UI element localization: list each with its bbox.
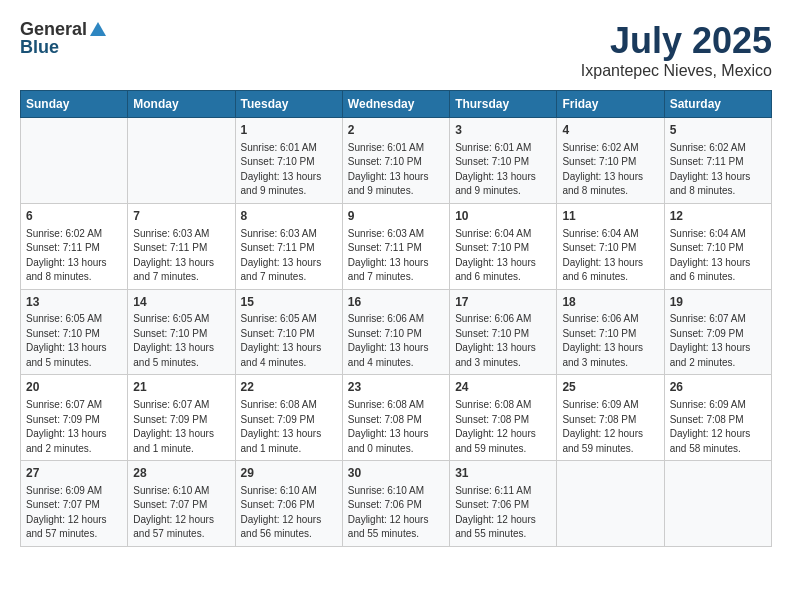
day-number: 7 — [133, 208, 229, 225]
day-number: 11 — [562, 208, 658, 225]
day-info: Sunrise: 6:06 AM Sunset: 7:10 PM Dayligh… — [348, 312, 444, 370]
day-info: Sunrise: 6:04 AM Sunset: 7:10 PM Dayligh… — [455, 227, 551, 285]
day-number: 15 — [241, 294, 337, 311]
table-row: 10Sunrise: 6:04 AM Sunset: 7:10 PM Dayli… — [450, 203, 557, 289]
day-number: 16 — [348, 294, 444, 311]
table-row: 27Sunrise: 6:09 AM Sunset: 7:07 PM Dayli… — [21, 461, 128, 547]
day-number: 18 — [562, 294, 658, 311]
day-info: Sunrise: 6:09 AM Sunset: 7:07 PM Dayligh… — [26, 484, 122, 542]
table-row: 19Sunrise: 6:07 AM Sunset: 7:09 PM Dayli… — [664, 289, 771, 375]
table-row: 12Sunrise: 6:04 AM Sunset: 7:10 PM Dayli… — [664, 203, 771, 289]
table-row: 28Sunrise: 6:10 AM Sunset: 7:07 PM Dayli… — [128, 461, 235, 547]
table-row: 29Sunrise: 6:10 AM Sunset: 7:06 PM Dayli… — [235, 461, 342, 547]
day-info: Sunrise: 6:07 AM Sunset: 7:09 PM Dayligh… — [133, 398, 229, 456]
day-info: Sunrise: 6:03 AM Sunset: 7:11 PM Dayligh… — [348, 227, 444, 285]
day-number: 3 — [455, 122, 551, 139]
day-number: 30 — [348, 465, 444, 482]
calendar-week-row: 27Sunrise: 6:09 AM Sunset: 7:07 PM Dayli… — [21, 461, 772, 547]
logo-general-text: General — [20, 20, 87, 38]
location-title: Ixpantepec Nieves, Mexico — [581, 62, 772, 80]
day-info: Sunrise: 6:08 AM Sunset: 7:09 PM Dayligh… — [241, 398, 337, 456]
table-row: 7Sunrise: 6:03 AM Sunset: 7:11 PM Daylig… — [128, 203, 235, 289]
day-info: Sunrise: 6:09 AM Sunset: 7:08 PM Dayligh… — [670, 398, 766, 456]
day-info: Sunrise: 6:05 AM Sunset: 7:10 PM Dayligh… — [26, 312, 122, 370]
day-info: Sunrise: 6:10 AM Sunset: 7:07 PM Dayligh… — [133, 484, 229, 542]
table-row: 4Sunrise: 6:02 AM Sunset: 7:10 PM Daylig… — [557, 118, 664, 204]
table-row: 31Sunrise: 6:11 AM Sunset: 7:06 PM Dayli… — [450, 461, 557, 547]
day-number: 5 — [670, 122, 766, 139]
table-row: 1Sunrise: 6:01 AM Sunset: 7:10 PM Daylig… — [235, 118, 342, 204]
calendar-week-row: 6Sunrise: 6:02 AM Sunset: 7:11 PM Daylig… — [21, 203, 772, 289]
day-number: 2 — [348, 122, 444, 139]
weekday-header-row: Sunday Monday Tuesday Wednesday Thursday… — [21, 91, 772, 118]
day-number: 27 — [26, 465, 122, 482]
day-number: 1 — [241, 122, 337, 139]
day-number: 29 — [241, 465, 337, 482]
calendar-week-row: 13Sunrise: 6:05 AM Sunset: 7:10 PM Dayli… — [21, 289, 772, 375]
table-row: 30Sunrise: 6:10 AM Sunset: 7:06 PM Dayli… — [342, 461, 449, 547]
table-row: 20Sunrise: 6:07 AM Sunset: 7:09 PM Dayli… — [21, 375, 128, 461]
calendar-week-row: 20Sunrise: 6:07 AM Sunset: 7:09 PM Dayli… — [21, 375, 772, 461]
day-info: Sunrise: 6:09 AM Sunset: 7:08 PM Dayligh… — [562, 398, 658, 456]
day-info: Sunrise: 6:06 AM Sunset: 7:10 PM Dayligh… — [562, 312, 658, 370]
day-info: Sunrise: 6:04 AM Sunset: 7:10 PM Dayligh… — [562, 227, 658, 285]
month-title: July 2025 — [581, 20, 772, 62]
day-number: 17 — [455, 294, 551, 311]
day-number: 14 — [133, 294, 229, 311]
day-number: 13 — [26, 294, 122, 311]
table-row: 5Sunrise: 6:02 AM Sunset: 7:11 PM Daylig… — [664, 118, 771, 204]
day-number: 6 — [26, 208, 122, 225]
logo: General Blue — [20, 20, 107, 56]
day-number: 4 — [562, 122, 658, 139]
logo-icon — [89, 20, 107, 38]
day-info: Sunrise: 6:03 AM Sunset: 7:11 PM Dayligh… — [133, 227, 229, 285]
table-row — [664, 461, 771, 547]
day-number: 23 — [348, 379, 444, 396]
logo-blue-text: Blue — [20, 38, 107, 56]
table-row: 24Sunrise: 6:08 AM Sunset: 7:08 PM Dayli… — [450, 375, 557, 461]
day-number: 19 — [670, 294, 766, 311]
day-info: Sunrise: 6:05 AM Sunset: 7:10 PM Dayligh… — [133, 312, 229, 370]
table-row: 17Sunrise: 6:06 AM Sunset: 7:10 PM Dayli… — [450, 289, 557, 375]
day-number: 8 — [241, 208, 337, 225]
table-row: 21Sunrise: 6:07 AM Sunset: 7:09 PM Dayli… — [128, 375, 235, 461]
day-info: Sunrise: 6:04 AM Sunset: 7:10 PM Dayligh… — [670, 227, 766, 285]
table-row: 2Sunrise: 6:01 AM Sunset: 7:10 PM Daylig… — [342, 118, 449, 204]
table-row — [21, 118, 128, 204]
table-row: 14Sunrise: 6:05 AM Sunset: 7:10 PM Dayli… — [128, 289, 235, 375]
svg-marker-0 — [90, 22, 106, 36]
page-header: General Blue July 2025 Ixpantepec Nieves… — [20, 20, 772, 80]
header-friday: Friday — [557, 91, 664, 118]
header-monday: Monday — [128, 91, 235, 118]
day-info: Sunrise: 6:07 AM Sunset: 7:09 PM Dayligh… — [670, 312, 766, 370]
day-number: 22 — [241, 379, 337, 396]
day-info: Sunrise: 6:08 AM Sunset: 7:08 PM Dayligh… — [455, 398, 551, 456]
day-number: 26 — [670, 379, 766, 396]
day-info: Sunrise: 6:10 AM Sunset: 7:06 PM Dayligh… — [241, 484, 337, 542]
day-number: 10 — [455, 208, 551, 225]
day-info: Sunrise: 6:08 AM Sunset: 7:08 PM Dayligh… — [348, 398, 444, 456]
day-info: Sunrise: 6:06 AM Sunset: 7:10 PM Dayligh… — [455, 312, 551, 370]
day-number: 20 — [26, 379, 122, 396]
day-info: Sunrise: 6:02 AM Sunset: 7:10 PM Dayligh… — [562, 141, 658, 199]
day-info: Sunrise: 6:11 AM Sunset: 7:06 PM Dayligh… — [455, 484, 551, 542]
title-block: July 2025 Ixpantepec Nieves, Mexico — [581, 20, 772, 80]
day-info: Sunrise: 6:01 AM Sunset: 7:10 PM Dayligh… — [348, 141, 444, 199]
day-info: Sunrise: 6:02 AM Sunset: 7:11 PM Dayligh… — [670, 141, 766, 199]
table-row: 6Sunrise: 6:02 AM Sunset: 7:11 PM Daylig… — [21, 203, 128, 289]
header-tuesday: Tuesday — [235, 91, 342, 118]
table-row: 15Sunrise: 6:05 AM Sunset: 7:10 PM Dayli… — [235, 289, 342, 375]
header-wednesday: Wednesday — [342, 91, 449, 118]
header-thursday: Thursday — [450, 91, 557, 118]
table-row: 23Sunrise: 6:08 AM Sunset: 7:08 PM Dayli… — [342, 375, 449, 461]
day-info: Sunrise: 6:01 AM Sunset: 7:10 PM Dayligh… — [455, 141, 551, 199]
table-row: 11Sunrise: 6:04 AM Sunset: 7:10 PM Dayli… — [557, 203, 664, 289]
table-row: 25Sunrise: 6:09 AM Sunset: 7:08 PM Dayli… — [557, 375, 664, 461]
calendar-week-row: 1Sunrise: 6:01 AM Sunset: 7:10 PM Daylig… — [21, 118, 772, 204]
day-number: 28 — [133, 465, 229, 482]
table-row: 16Sunrise: 6:06 AM Sunset: 7:10 PM Dayli… — [342, 289, 449, 375]
table-row: 26Sunrise: 6:09 AM Sunset: 7:08 PM Dayli… — [664, 375, 771, 461]
day-info: Sunrise: 6:03 AM Sunset: 7:11 PM Dayligh… — [241, 227, 337, 285]
header-sunday: Sunday — [21, 91, 128, 118]
day-number: 9 — [348, 208, 444, 225]
